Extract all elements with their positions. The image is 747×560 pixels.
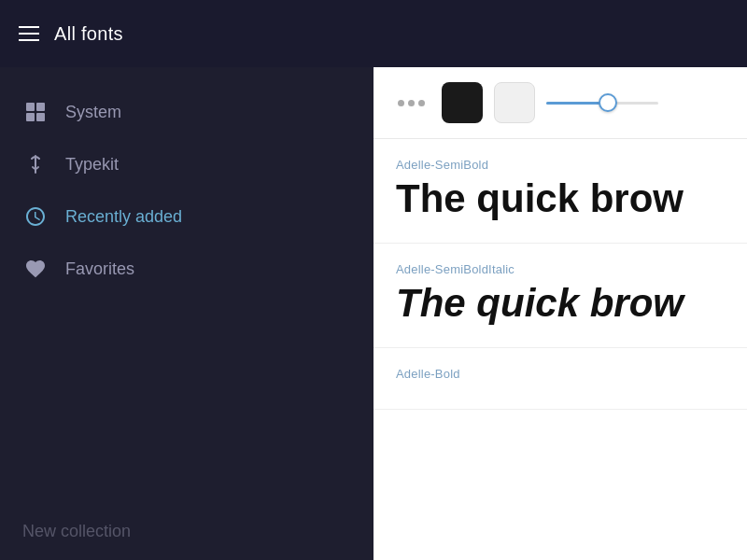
content-area: Adelle-SemiBold The quick brow Adelle-Se… [374,67,747,560]
sidebar-item-typekit[interactable]: Typekit [0,138,374,190]
font-name: Adelle-Bold [396,367,725,381]
font-name: Adelle-SemiBoldItalic [396,262,725,276]
sidebar-item-favorites[interactable]: Favorites [0,243,374,295]
font-entry-adelle-semibolditalic: Adelle-SemiBoldItalic The quick brow [374,244,747,348]
svg-rect-1 [36,103,45,111]
size-slider-container [546,102,728,105]
dark-color-swatch[interactable] [442,82,483,123]
sidebar: System Typekit Recently added [0,67,374,560]
font-entry-adelle-semibold: Adelle-SemiBold The quick brow [374,139,747,244]
sidebar-item-system[interactable]: System [0,86,374,138]
light-color-swatch[interactable] [494,82,535,123]
typekit-icon [22,151,49,177]
sidebar-item-label-favorites: Favorites [65,259,134,279]
app-header: All fonts [0,0,747,67]
sidebar-item-recently-added[interactable]: Recently added [0,190,374,243]
svg-rect-2 [26,113,35,121]
toolbar [374,67,747,139]
heart-icon [22,256,49,282]
options-button[interactable] [392,96,430,110]
svg-rect-0 [26,103,35,111]
hamburger-button[interactable] [19,26,39,41]
svg-rect-3 [36,113,45,121]
sidebar-item-label-system: System [65,103,121,122]
sidebar-item-label-recently-added: Recently added [65,207,182,227]
font-name: Adelle-SemiBold [396,158,725,172]
header-title: All fonts [54,23,123,45]
windows-icon [22,99,49,125]
font-list: Adelle-SemiBold The quick brow Adelle-Se… [374,139,747,560]
clock-icon [22,203,49,230]
font-entry-adelle-bold: Adelle-Bold [374,348,747,410]
font-preview: The quick brow [396,177,725,220]
new-collection-button[interactable]: New collection [0,503,374,560]
slider-thumb[interactable] [599,93,617,112]
sidebar-item-label-typekit: Typekit [65,155,119,175]
main-layout: System Typekit Recently added [0,67,747,560]
slider-track [546,102,658,105]
font-preview: The quick brow [396,282,725,325]
